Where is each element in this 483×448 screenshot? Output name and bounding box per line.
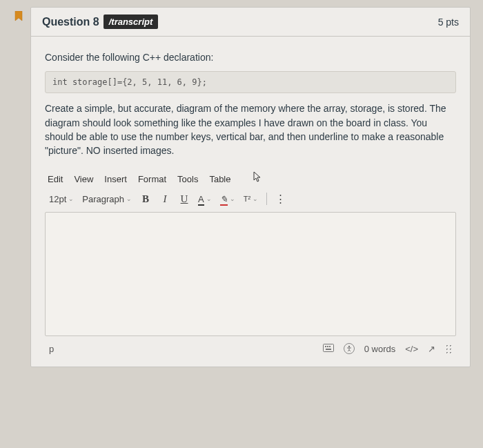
bold-button[interactable]: B — [140, 193, 151, 205]
points-label: 5 pts — [438, 17, 459, 28]
code-declaration: int storage[]={2, 5, 11, 6, 9}; — [45, 71, 456, 93]
menu-view[interactable]: View — [74, 174, 93, 184]
underline-button[interactable]: U — [179, 193, 190, 205]
menu-table[interactable]: Table — [209, 174, 230, 184]
accessibility-icon[interactable] — [344, 343, 355, 354]
chevron-down-icon: ⌄ — [206, 195, 212, 202]
text-color-icon: A — [198, 194, 204, 204]
menu-format[interactable]: Format — [138, 174, 166, 184]
html-view-button[interactable]: </> — [405, 344, 418, 354]
prompt-instructions: Create a simple, but accurate, diagram o… — [45, 101, 456, 157]
block-format-value: Paragraph — [82, 194, 124, 204]
svg-rect-1 — [325, 346, 326, 347]
svg-point-5 — [348, 346, 349, 347]
fullscreen-button[interactable]: ↗ — [428, 344, 435, 354]
transcript-chip[interactable]: /transcript — [103, 14, 159, 29]
question-body: Consider the following C++ declaration: … — [31, 37, 470, 367]
chevron-down-icon: ⌄ — [253, 195, 258, 202]
question-header: Question 8 /transcript 5 pts — [31, 8, 470, 37]
prompt-intro: Consider the following C++ declaration: — [45, 50, 456, 64]
more-options-button[interactable]: ⋮ — [275, 193, 286, 205]
highlight-button[interactable]: ✎ ⌄ — [220, 194, 235, 204]
superscript-button[interactable]: T² ⌄ — [244, 195, 258, 203]
italic-button[interactable]: I — [159, 193, 170, 205]
bookmark-icon[interactable] — [14, 11, 23, 22]
svg-rect-0 — [323, 344, 333, 351]
editor-footer: p 0 words </> ↗ — [45, 336, 456, 357]
svg-rect-3 — [329, 346, 331, 347]
editor-menu-bar: Edit View Insert Format Tools Table — [45, 173, 456, 191]
menu-edit[interactable]: Edit — [48, 174, 63, 184]
menu-tools[interactable]: Tools — [177, 174, 198, 184]
keyboard-icon[interactable] — [323, 344, 334, 354]
cursor-icon — [253, 171, 263, 186]
font-size-select[interactable]: 12pt ⌄ — [49, 194, 74, 204]
text-color-button[interactable]: A ⌄ — [198, 194, 212, 204]
editor-content-area[interactable] — [45, 212, 456, 336]
chevron-down-icon: ⌄ — [126, 195, 132, 202]
superscript-icon: T² — [244, 195, 250, 203]
word-count[interactable]: 0 words — [364, 344, 396, 354]
block-format-select[interactable]: Paragraph ⌄ — [82, 194, 132, 204]
font-size-value: 12pt — [49, 194, 66, 204]
rich-text-editor: Edit View Insert Format Tools Table 12pt… — [45, 173, 456, 357]
resize-handle-icon[interactable] — [445, 344, 452, 353]
element-path[interactable]: p — [49, 344, 54, 354]
menu-insert[interactable]: Insert — [104, 174, 127, 184]
editor-toolbar: 12pt ⌄ Paragraph ⌄ B I U A ⌄ ✎ — [45, 191, 456, 212]
chevron-down-icon: ⌄ — [68, 195, 74, 202]
highlight-icon: ✎ — [220, 194, 228, 204]
svg-rect-4 — [326, 349, 331, 350]
toolbar-separator — [266, 193, 267, 205]
svg-rect-2 — [327, 346, 328, 347]
question-number: Question 8 — [42, 16, 99, 28]
chevron-down-icon: ⌄ — [230, 195, 235, 202]
question-card: Question 8 /transcript 5 pts Consider th… — [30, 7, 471, 367]
